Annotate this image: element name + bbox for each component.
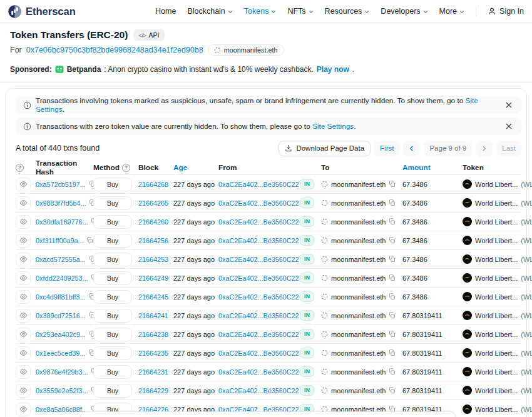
preview-eye-button[interactable] bbox=[16, 234, 31, 248]
copy-icon[interactable] bbox=[389, 368, 396, 375]
copy-icon[interactable] bbox=[389, 331, 396, 338]
copy-icon[interactable] bbox=[389, 181, 396, 188]
advertiser-name[interactable]: Betpanda bbox=[67, 65, 101, 74]
nav-item-blockchain[interactable]: Blockchain bbox=[187, 7, 232, 16]
block-link[interactable]: 21664265 bbox=[138, 199, 168, 207]
token-link[interactable]: World Libert... (WLFI) bbox=[463, 329, 521, 339]
token-link[interactable]: World Libert... (WLFI) bbox=[463, 273, 521, 283]
preview-eye-button[interactable] bbox=[16, 328, 31, 341]
preview-eye-button[interactable] bbox=[16, 365, 31, 379]
token-link[interactable]: World Libert... (WLFI) bbox=[463, 179, 521, 189]
to-address-link[interactable]: moonmanifest.eth bbox=[331, 256, 386, 263]
from-address-link[interactable]: 0xaC2Ea402...Be3560C22 bbox=[218, 256, 299, 263]
block-link[interactable]: 21664231 bbox=[138, 368, 168, 376]
etherscan-logo[interactable]: Etherscan bbox=[8, 5, 76, 18]
nav-item-home[interactable]: Home bbox=[155, 7, 176, 16]
preview-eye-button[interactable] bbox=[16, 215, 31, 229]
block-link[interactable]: 21664253 bbox=[138, 256, 168, 263]
token-link[interactable]: World Libert... (WLFI) bbox=[463, 348, 521, 358]
nav-item-more[interactable]: More bbox=[439, 7, 464, 16]
tx-hash-link[interactable]: 0x9883f7fd5b4... bbox=[36, 199, 86, 207]
block-link[interactable]: 21664268 bbox=[138, 181, 168, 188]
prev-page-button[interactable] bbox=[403, 141, 420, 156]
method-badge[interactable]: Buy bbox=[93, 365, 132, 379]
from-address-link[interactable]: 0xaC2Ea402...Be3560C22 bbox=[218, 274, 299, 282]
to-address-link[interactable]: moonmanifest.eth bbox=[331, 368, 386, 376]
tx-hash-link[interactable]: 0xc4d9ff81bff3... bbox=[36, 293, 85, 301]
method-badge[interactable]: Buy bbox=[93, 178, 132, 191]
tx-hash-link[interactable]: 0xf311ff00a9a... bbox=[36, 237, 83, 244]
method-badge[interactable]: Buy bbox=[93, 290, 132, 304]
help-icon[interactable]: ? bbox=[122, 164, 130, 172]
close-icon[interactable] bbox=[504, 100, 514, 110]
site-settings-link[interactable]: Site Settings bbox=[312, 122, 354, 131]
nav-item-developers[interactable]: Developers bbox=[381, 7, 427, 16]
to-address-link[interactable]: moonmanifest.eth bbox=[331, 199, 386, 207]
from-address-link[interactable]: 0xaC2Ea402...Be3560C22 bbox=[218, 237, 299, 244]
copy-icon[interactable] bbox=[389, 274, 396, 281]
token-link[interactable]: World Libert... (WLFI) bbox=[463, 236, 521, 245]
nav-item-tokens[interactable]: Tokens bbox=[244, 7, 277, 16]
preview-eye-button[interactable] bbox=[16, 178, 31, 191]
method-badge[interactable]: Buy bbox=[93, 196, 132, 210]
first-page-button[interactable]: First bbox=[374, 141, 399, 156]
preview-eye-button[interactable] bbox=[16, 290, 31, 304]
block-link[interactable]: 21664229 bbox=[138, 387, 168, 394]
token-link[interactable]: World Libert... (WLFI) bbox=[463, 367, 521, 376]
api-badge[interactable]: </> API bbox=[133, 29, 164, 41]
token-link[interactable]: World Libert... (WLFI) bbox=[463, 254, 521, 264]
download-page-data-button[interactable]: Download Page Data bbox=[279, 141, 371, 156]
method-badge[interactable]: Buy bbox=[93, 271, 132, 285]
tx-hash-link[interactable]: 0xe8a5a06c88f... bbox=[36, 406, 88, 413]
from-address-link[interactable]: 0xaC2Ea402...Be3560C22 bbox=[218, 218, 299, 226]
token-link[interactable]: World Libert... (WLFI) bbox=[463, 217, 521, 226]
copy-icon[interactable] bbox=[389, 349, 396, 356]
copy-icon[interactable] bbox=[389, 237, 396, 244]
token-link[interactable]: World Libert... (WLFI) bbox=[463, 311, 521, 320]
method-badge[interactable]: Buy bbox=[93, 328, 132, 341]
tx-hash-link[interactable]: 0x1eec5ced39... bbox=[36, 349, 85, 357]
to-address-link[interactable]: moonmanifest.eth bbox=[331, 312, 386, 319]
token-link[interactable]: World Libert... (WLFI) bbox=[463, 404, 521, 414]
copy-icon[interactable] bbox=[86, 237, 93, 244]
from-address-link[interactable]: 0xaC2Ea402...Be3560C22 bbox=[218, 199, 299, 207]
preview-eye-button[interactable] bbox=[16, 403, 31, 416]
to-address-link[interactable]: moonmanifest.eth bbox=[331, 331, 386, 338]
help-icon[interactable]: ? bbox=[16, 164, 24, 172]
to-address-link[interactable]: moonmanifest.eth bbox=[331, 181, 386, 188]
method-badge[interactable]: Buy bbox=[93, 234, 132, 248]
method-badge[interactable]: Buy bbox=[93, 215, 132, 229]
nav-item-nfts[interactable]: NFTs bbox=[287, 7, 313, 16]
tx-hash-link[interactable]: 0xfdd22409253... bbox=[36, 274, 88, 282]
preview-eye-button[interactable] bbox=[16, 384, 31, 398]
tx-hash-link[interactable]: 0x253ea402c9... bbox=[36, 331, 86, 338]
token-link[interactable]: World Libert... (WLFI) bbox=[463, 292, 521, 301]
next-page-button[interactable] bbox=[476, 141, 493, 156]
subject-address-link[interactable]: 0x7e06bc9750c3bf82bde9968248ad34e1f2ed90… bbox=[26, 46, 203, 54]
nav-item-resources[interactable]: Resources bbox=[325, 7, 370, 16]
close-icon[interactable] bbox=[504, 121, 514, 131]
to-address-link[interactable]: moonmanifest.eth bbox=[331, 237, 386, 244]
preview-eye-button[interactable] bbox=[16, 196, 31, 210]
sign-in-button[interactable]: Sign In bbox=[488, 7, 524, 16]
block-link[interactable]: 21664260 bbox=[138, 218, 168, 226]
copy-icon[interactable] bbox=[389, 312, 396, 319]
block-link[interactable]: 21664238 bbox=[138, 331, 168, 338]
tx-hash-link[interactable]: 0x9876e4f29b3... bbox=[36, 368, 88, 376]
preview-eye-button[interactable] bbox=[16, 309, 31, 323]
method-badge[interactable]: Buy bbox=[93, 346, 132, 360]
preview-eye-button[interactable] bbox=[16, 271, 31, 285]
from-address-link[interactable]: 0xaC2Ea402...Be3560C22 bbox=[218, 331, 299, 338]
to-address-link[interactable]: moonmanifest.eth bbox=[331, 218, 386, 226]
copy-icon[interactable] bbox=[389, 218, 396, 225]
token-link[interactable]: World Libert... (WLFI) bbox=[463, 198, 521, 208]
from-address-link[interactable]: 0xaC2Ea402...Be3560C22 bbox=[218, 368, 299, 376]
to-address-link[interactable]: moonmanifest.eth bbox=[331, 349, 386, 357]
tx-hash-link[interactable]: 0xa572cb5197... bbox=[36, 181, 86, 188]
from-address-link[interactable]: 0xaC2Ea402...Be3560C22 bbox=[218, 349, 299, 357]
preview-eye-button[interactable] bbox=[16, 253, 31, 266]
play-now-link[interactable]: Play now bbox=[317, 65, 349, 74]
tx-hash-link[interactable]: 0x389cd72516... bbox=[36, 312, 86, 319]
copy-icon[interactable] bbox=[389, 256, 396, 263]
tx-hash-link[interactable]: 0xacd572555a... bbox=[36, 256, 86, 263]
